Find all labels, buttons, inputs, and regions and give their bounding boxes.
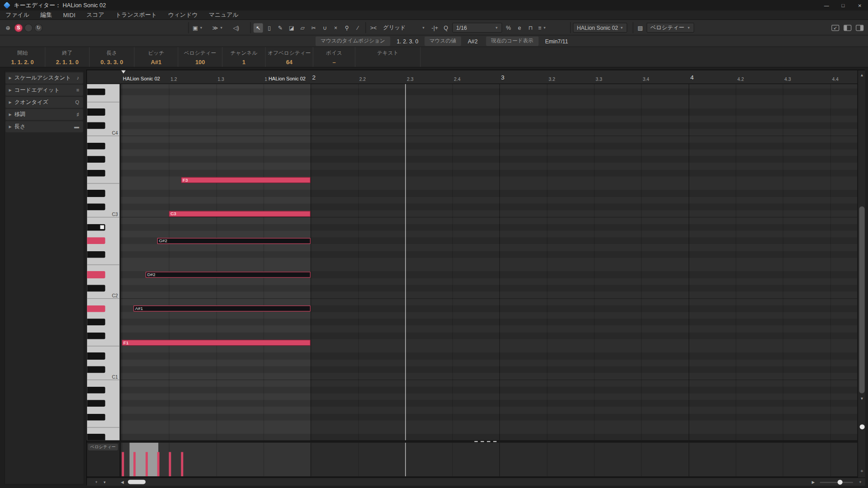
line-tool[interactable]: ∕ — [353, 23, 363, 33]
maximize-button-icon[interactable]: □ — [835, 0, 852, 10]
track-selector-dropdown[interactable]: HALion Sonic 02▼ — [573, 23, 627, 33]
quantize-icon[interactable]: Q — [441, 23, 451, 33]
expand-arrow-icon[interactable]: ▶ — [9, 113, 12, 117]
info-field-value[interactable]: 2. 1. 1. 0 — [45, 59, 89, 66]
grid-type-dropdown[interactable]: グリッド▼ — [380, 23, 429, 33]
sidebar-panel-transpose[interactable]: ▶移調♯ — [5, 109, 83, 120]
titlebar[interactable]: キーエディター： HALion Sonic 02 — □ × — [0, 0, 868, 10]
autoscroll-button[interactable]: ≫▼ — [211, 23, 224, 33]
autoscroll-button-caret-icon[interactable]: ▼ — [220, 26, 223, 29]
info-field-value[interactable]: – — [313, 59, 355, 66]
hzoom-slider-thumb[interactable] — [838, 480, 843, 485]
piano-key-F#4[interactable] — [87, 88, 105, 95]
piano-key-D#4[interactable] — [87, 108, 105, 115]
hscroll-thumb[interactable] — [128, 480, 146, 484]
erase-tool[interactable]: ◪ — [287, 23, 296, 33]
piano-keyboard[interactable]: C4C3C2C1 — [87, 84, 119, 441]
menu-item-0[interactable]: ファイル — [0, 11, 35, 19]
menu-item-1[interactable]: 編集 — [35, 11, 57, 19]
expand-arrow-icon[interactable]: ▶ — [9, 100, 12, 105]
color-mode-caret-icon[interactable]: ▼ — [687, 26, 690, 29]
velocity-bar-2[interactable] — [146, 452, 148, 476]
grid-relative-icon[interactable]: -|+ — [430, 23, 439, 33]
part-borders-icon[interactable]: ⊓ — [526, 23, 535, 33]
sidebar-panel-scale-assistant[interactable]: ▶スケールアシスタント♪ — [5, 72, 83, 83]
quantize-caret-icon[interactable]: ▼ — [495, 26, 498, 29]
menu-item-4[interactable]: トランスポート — [110, 11, 162, 19]
info-field-value[interactable]: 64 — [266, 59, 313, 66]
piano-key-A#1[interactable] — [87, 305, 105, 312]
info-field-value[interactable]: A#1 — [135, 59, 178, 66]
velocity-bar-5[interactable] — [181, 452, 183, 476]
solo-editor-button[interactable]: S — [14, 23, 23, 32]
split-tool[interactable]: ✂ — [309, 23, 318, 33]
edit-active-part-icon[interactable]: ≡▼ — [537, 23, 547, 33]
info-field-value[interactable]: 1 — [222, 59, 265, 66]
vzoom-slider-thumb[interactable] — [860, 424, 865, 429]
timeline-ruler[interactable]: 1.21.3122.22.32.433.23.33.444.24.34.4HAL… — [87, 70, 857, 84]
window-layout-right-zone-icon[interactable] — [856, 24, 863, 30]
velocity-grid[interactable] — [121, 443, 858, 477]
quantize-panel-button[interactable]: e — [515, 23, 524, 33]
snap-toggle-icon[interactable]: >< — [369, 23, 378, 33]
piano-key-D#0[interactable] — [87, 434, 105, 440]
event-colors-icon[interactable]: ▧ — [636, 23, 645, 33]
midi-note-C3[interactable]: C3 — [169, 211, 310, 216]
midi-note-G#2[interactable]: G#2 — [157, 238, 311, 244]
piano-key-D#3[interactable] — [87, 190, 105, 197]
velocity-bar-3[interactable] — [157, 452, 160, 476]
velocity-bar-4[interactable] — [169, 452, 171, 476]
step-input-button[interactable]: ↻ — [34, 23, 42, 32]
piano-key-F#3[interactable] — [87, 169, 105, 176]
track-selector-caret-icon[interactable]: ▼ — [620, 26, 623, 29]
piano-key-G#2[interactable] — [87, 237, 105, 244]
color-mode-dropdown[interactable]: ベロシティー▼ — [646, 23, 694, 33]
expand-arrow-icon[interactable]: ▶ — [9, 76, 12, 80]
info-field-value[interactable]: 1. 1. 2. 0 — [0, 59, 45, 66]
close-button-icon[interactable]: × — [851, 0, 868, 10]
scroll-up-button-icon[interactable]: ▲ — [858, 72, 866, 77]
scroll-right-button-icon[interactable]: ▶ — [810, 479, 816, 485]
quantize-preset-dropdown[interactable]: 1/16▼ — [452, 23, 502, 33]
piano-key-A#3[interactable] — [87, 142, 105, 149]
velocity-lane-header[interactable]: ベロシティー — [87, 443, 119, 477]
part-editing-mode-button[interactable]: ▣▼ — [192, 23, 204, 33]
sidebar-panel-chord-edit[interactable]: ▶コードエディット≡ — [5, 84, 83, 95]
hzoom-preset-dropdown-icon[interactable]: ▼ — [101, 479, 108, 485]
trim-tool[interactable]: ▱ — [298, 23, 307, 33]
zoom-tool[interactable]: ⚲ — [342, 23, 352, 33]
scroll-left-button-icon[interactable]: ◀ — [119, 479, 126, 485]
glue-tool[interactable]: ∪ — [320, 23, 330, 33]
acoustic-feedback-button[interactable] — [24, 23, 33, 32]
piano-key-D#1[interactable] — [87, 352, 105, 359]
hzoom-slider[interactable] — [820, 482, 853, 483]
piano-key-C#2[interactable] — [87, 285, 105, 291]
range-selection-tool[interactable]: ▯ — [264, 23, 274, 33]
menu-item-3[interactable]: スコア — [81, 11, 110, 19]
piano-key-G#1[interactable] — [87, 319, 105, 325]
sidebar-panel-length[interactable]: ▶長さ▬ — [5, 121, 83, 132]
edit-active-part-caret-icon[interactable]: ▼ — [543, 26, 546, 29]
piano-key-D#2[interactable] — [87, 271, 105, 278]
midi-note-D#2[interactable]: D#2 — [146, 272, 311, 277]
piano-key-G#0[interactable] — [87, 400, 105, 407]
iterative-quantize-icon[interactable]: % — [504, 23, 513, 33]
scroll-down-button-icon[interactable]: ▼ — [858, 396, 866, 401]
expand-arrow-icon[interactable]: ▶ — [9, 125, 12, 129]
piano-key-C#1[interactable] — [87, 366, 105, 373]
pin-editor-icon[interactable]: ⊕ — [3, 23, 13, 33]
midi-note-A#1[interactable]: A#1 — [133, 305, 311, 311]
audition-button[interactable]: ◁) — [231, 23, 241, 33]
object-selection-tool[interactable]: ↖ — [254, 23, 263, 33]
hzoom-in-button[interactable]: + — [856, 479, 864, 485]
piano-key-F#1[interactable] — [87, 332, 105, 339]
menu-item-5[interactable]: ウィンドウ — [162, 11, 203, 19]
mute-tool[interactable]: × — [331, 23, 340, 33]
velocity-bar-0[interactable] — [122, 452, 124, 476]
menu-item-6[interactable]: マニュアル — [203, 11, 244, 19]
open-in-lower-zone-icon[interactable]: ↙ — [831, 24, 839, 30]
draw-tool[interactable]: ✎ — [276, 23, 285, 33]
midi-note-F3[interactable]: F3 — [181, 177, 311, 183]
piano-key-A#0[interactable] — [87, 386, 105, 393]
piano-key-F#2[interactable] — [87, 251, 105, 258]
